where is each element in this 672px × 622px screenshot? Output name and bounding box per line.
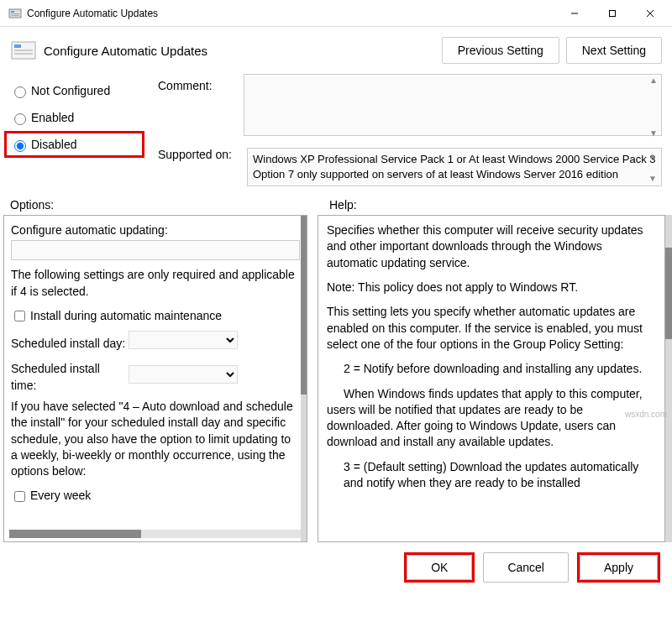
- help-v-thumb[interactable]: [665, 248, 672, 339]
- following-settings-note: The following settings are only required…: [11, 267, 300, 300]
- close-button[interactable]: [631, 1, 669, 26]
- install-maintenance-row[interactable]: Install during automatic maintenance: [11, 308, 300, 324]
- svg-rect-3: [11, 15, 19, 16]
- radio-not-configured-label: Not Configured: [31, 84, 110, 97]
- help-vertical-scrollbar[interactable]: [665, 215, 672, 542]
- maximize-button[interactable]: [593, 1, 631, 26]
- install-maintenance-checkbox[interactable]: [14, 311, 25, 321]
- svg-rect-10: [14, 50, 33, 51]
- options-horizontal-scrollbar[interactable]: [9, 530, 302, 538]
- apply-highlight: Apply: [577, 552, 660, 583]
- radio-enabled-input[interactable]: [14, 113, 26, 125]
- svg-rect-2: [11, 13, 19, 14]
- svg-rect-1: [11, 11, 14, 13]
- svg-rect-9: [14, 44, 21, 48]
- supported-field: Windows XP Professional Service Pack 1 o…: [247, 148, 662, 186]
- dialog-footer: OK Cancel Apply: [0, 542, 672, 593]
- scheduled-day-label: Scheduled install day:: [11, 336, 129, 352]
- window-title: Configure Automatic Updates: [27, 8, 555, 19]
- supported-text: Windows XP Professional Service Pack 1 o…: [253, 153, 656, 180]
- help-p2: Note: This policy does not apply to Wind…: [327, 280, 653, 295]
- schedule-long-note: If you have selected "4 – Auto download …: [11, 399, 300, 480]
- install-maintenance-label: Install during automatic maintenance: [30, 308, 222, 324]
- every-week-checkbox[interactable]: [14, 491, 25, 502]
- window-titlebar: Configure Automatic Updates: [0, 0, 672, 27]
- help-p4: 2 = Notify before downloading and instal…: [327, 361, 653, 377]
- next-setting-button[interactable]: Next Setting: [566, 37, 662, 64]
- policy-icon: [10, 37, 37, 64]
- svg-rect-11: [14, 53, 33, 55]
- ok-highlight: OK: [404, 552, 475, 583]
- every-week-label: Every week: [30, 488, 91, 504]
- supported-label: Supported on:: [158, 144, 234, 186]
- comment-scroll[interactable]: ▲ ▼: [647, 76, 660, 138]
- page-title: Configure Automatic Updates: [44, 44, 207, 58]
- radio-disabled[interactable]: Disabled: [4, 131, 144, 158]
- scroll-down-icon[interactable]: ▼: [646, 173, 659, 185]
- help-p5: When Windows finds updates that apply to…: [327, 386, 653, 451]
- comment-label: Comment:: [158, 74, 234, 139]
- scheduled-day-select[interactable]: [129, 331, 238, 349]
- scroll-up-icon[interactable]: ▲: [647, 76, 660, 85]
- svg-rect-5: [609, 10, 615, 16]
- help-p3: This setting lets you specify whether au…: [327, 304, 653, 353]
- comment-field[interactable]: [244, 74, 662, 136]
- scroll-down-icon[interactable]: ▼: [647, 128, 660, 138]
- configure-updating-select[interactable]: [11, 240, 300, 260]
- radio-disabled-input[interactable]: [14, 140, 26, 152]
- scroll-up-icon[interactable]: ▲: [646, 150, 659, 162]
- radio-not-configured[interactable]: Not Configured: [10, 77, 144, 104]
- radio-disabled-label: Disabled: [31, 138, 76, 151]
- radio-enabled[interactable]: Enabled: [10, 104, 144, 131]
- apply-button[interactable]: Apply: [580, 555, 658, 580]
- help-p6: 3 = (Default setting) Download the updat…: [327, 459, 653, 492]
- previous-setting-button[interactable]: Previous Setting: [442, 37, 559, 64]
- options-panel: Configure automatic updating: The follow…: [3, 215, 307, 542]
- help-p1: Specifies whether this computer will rec…: [327, 222, 653, 271]
- header: Configure Automatic Updates Previous Set…: [0, 27, 672, 67]
- app-icon: [8, 7, 22, 20]
- scheduled-time-label: Scheduled install time:: [11, 361, 129, 394]
- ok-button[interactable]: OK: [407, 555, 472, 580]
- scheduled-time-select[interactable]: [129, 365, 238, 384]
- radio-not-configured-input[interactable]: [14, 86, 26, 98]
- every-week-row[interactable]: Every week: [11, 488, 300, 504]
- config-area: Not Configured Enabled Disabled Comment:…: [0, 67, 672, 190]
- configure-updating-label: Configure automatic updating:: [11, 222, 300, 238]
- help-panel: Specifies whether this computer will rec…: [318, 215, 665, 542]
- radio-enabled-label: Enabled: [31, 111, 74, 124]
- cancel-button[interactable]: Cancel: [483, 552, 569, 583]
- options-label: Options:: [10, 198, 329, 212]
- options-v-thumb[interactable]: [301, 216, 307, 395]
- minimize-button[interactable]: [555, 1, 593, 26]
- help-label: Help:: [329, 198, 662, 212]
- options-h-thumb[interactable]: [9, 530, 141, 538]
- watermark: wsxdn.com: [625, 410, 667, 419]
- options-vertical-scrollbar[interactable]: [301, 216, 307, 541]
- supported-scroll[interactable]: ▲ ▼: [646, 150, 659, 184]
